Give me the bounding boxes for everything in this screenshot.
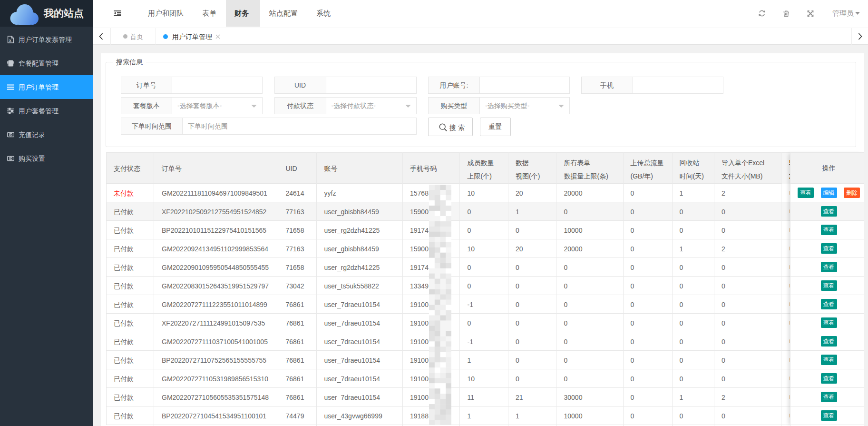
svg-text:x: x: [9, 38, 11, 43]
